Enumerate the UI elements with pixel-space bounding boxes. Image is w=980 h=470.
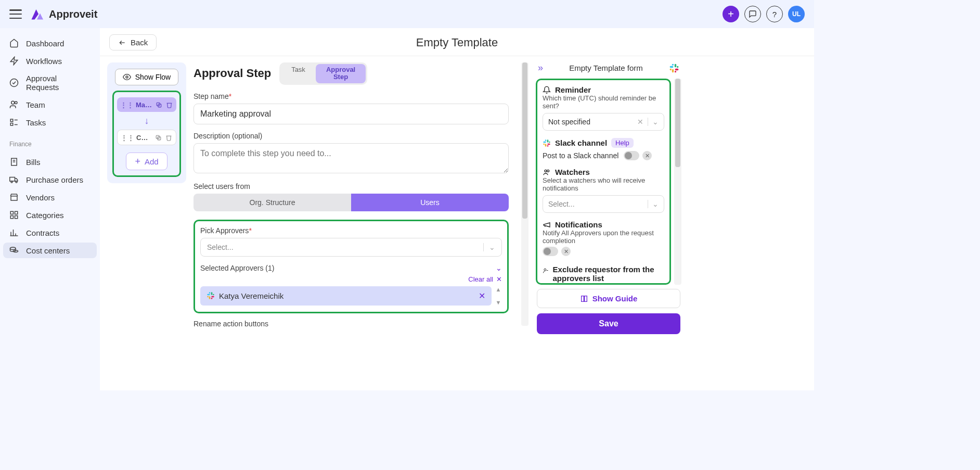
chart-icon (9, 228, 19, 237)
help-badge[interactable]: Help (611, 138, 634, 148)
svg-rect-12 (10, 119, 13, 122)
sidebar-item-tasks[interactable]: Tasks (3, 115, 97, 130)
add-step-button[interactable]: + Add (126, 153, 167, 170)
users-icon (9, 100, 19, 109)
flow-column: Show Flow ⋮⋮ Marketi... ↓ ⋮⋮ CEO ap... (107, 62, 186, 183)
notifications-sub: Notify All Approvers upon the request co… (543, 229, 664, 245)
save-button[interactable]: Save (537, 313, 680, 334)
segment-org-structure[interactable]: Org. Structure (194, 194, 351, 211)
create-button[interactable]: + (723, 6, 739, 22)
sidebar-section-finance: Finance (3, 132, 97, 152)
svg-rect-23 (10, 211, 13, 214)
user-source-segment: Org. Structure Users (194, 194, 509, 211)
approvers-block: Pick Approvers* Select... ⌄ Selected App… (194, 220, 509, 313)
svg-point-40 (547, 170, 549, 172)
users-icon (543, 168, 551, 176)
sidebar-item-label: Tasks (26, 118, 46, 127)
show-flow-button[interactable]: Show Flow (115, 69, 178, 85)
chevron-down-icon[interactable]: ⌄ (496, 264, 502, 272)
scrollbar[interactable] (521, 62, 528, 326)
svg-rect-24 (15, 211, 18, 214)
back-button[interactable]: Back (109, 34, 157, 50)
sidebar-item-workflows[interactable]: Workflows (3, 53, 97, 69)
avatar[interactable]: UL (788, 6, 805, 22)
reminder-select[interactable]: Not specified ✕⌄ (543, 113, 664, 131)
copy-icon[interactable] (154, 100, 163, 109)
sidebar-item-contracts[interactable]: Contracts (3, 225, 97, 240)
menu-toggle[interactable] (9, 9, 22, 19)
slack-icon[interactable] (669, 63, 679, 73)
logo-text: Approveit (49, 8, 97, 20)
description-label: Description (optional) (194, 132, 509, 140)
back-label: Back (131, 38, 148, 47)
approver-name: Katya Veremeichik (219, 291, 474, 300)
delete-icon[interactable] (165, 100, 173, 109)
chat-icon[interactable] (744, 6, 761, 22)
copy-icon[interactable] (154, 133, 162, 142)
chevron-down-icon: ⌄ (483, 243, 495, 251)
svg-point-10 (11, 101, 15, 104)
segment-users[interactable]: Users (351, 194, 509, 211)
logo[interactable]: Approveit (29, 6, 97, 22)
step-label: CEO ap... (136, 134, 152, 142)
show-flow-label: Show Flow (135, 73, 171, 81)
sidebar-item-purchase-orders[interactable]: Purchase orders (3, 172, 97, 187)
help-icon[interactable]: ? (766, 6, 783, 22)
slack-toggle[interactable]: ✕ (624, 151, 652, 160)
close-icon: ✕ (496, 275, 502, 283)
flow-step[interactable]: ⋮⋮ CEO ap... (117, 130, 176, 145)
approvers-select[interactable]: Select... ⌄ (200, 238, 502, 257)
sidebar-item-label: Bills (26, 158, 41, 167)
delete-icon[interactable] (164, 133, 173, 142)
list-scroll[interactable]: ▲▼ (495, 286, 502, 306)
svg-point-34 (126, 76, 128, 78)
sidebar-item-bills[interactable]: Bills (3, 154, 97, 170)
step-type-tabs: Task Approval Step (279, 62, 367, 85)
selected-approvers-label: Selected Approvers (1) (200, 264, 274, 272)
clear-icon[interactable]: ✕ (637, 118, 643, 126)
show-guide-button[interactable]: Show Guide (537, 289, 680, 308)
step-name-input[interactable] (194, 104, 509, 124)
sidebar-item-label: Cost centers (26, 246, 70, 255)
tab-approval-step[interactable]: Approval Step (316, 64, 366, 83)
notifications-toggle[interactable]: ✕ (543, 247, 571, 256)
arrow-down-icon: ↓ (145, 116, 149, 125)
slack-icon (207, 291, 215, 300)
sidebar-item-cost-centers[interactable]: Cost centers (3, 243, 97, 258)
watchers-heading: Watchers (543, 168, 664, 176)
svg-rect-13 (10, 123, 13, 126)
scrollbar[interactable] (674, 79, 681, 285)
truck-icon (9, 175, 19, 184)
bell-icon (543, 86, 551, 94)
step-label: Marketi... (136, 101, 152, 109)
select-users-label: Select users from (194, 182, 509, 190)
drag-icon[interactable]: ⋮⋮ (121, 134, 134, 142)
megaphone-icon (543, 221, 551, 229)
svg-point-41 (544, 269, 546, 271)
remove-approver-button[interactable]: ✕ (479, 291, 485, 301)
description-input[interactable] (194, 143, 509, 173)
sidebar-item-categories[interactable]: Categories (3, 207, 97, 223)
close-icon: ✕ (642, 151, 652, 160)
main-panel: Approval Step Task Approval Step Step na… (194, 62, 514, 328)
drag-icon[interactable]: ⋮⋮ (120, 101, 134, 109)
flow-step-selected[interactable]: ⋮⋮ Marketi... (117, 97, 176, 112)
svg-rect-22 (11, 196, 17, 200)
sidebar-item-approval-requests[interactable]: Approval Requests (3, 71, 97, 95)
clear-all-button[interactable]: Clear all✕ (200, 275, 502, 283)
tab-task[interactable]: Task (281, 64, 316, 83)
grid-icon (9, 210, 19, 220)
sidebar-item-vendors[interactable]: Vendors (3, 189, 97, 205)
settings-box: Reminder Which time (UTC) should reminde… (536, 79, 671, 285)
sidebar: Dashboard Workflows Approval Requests Te… (0, 28, 100, 390)
sidebar-item-dashboard[interactable]: Dashboard (3, 35, 97, 51)
watchers-select[interactable]: Select... ⌄ (543, 195, 664, 213)
sidebar-item-label: Team (26, 100, 45, 109)
right-panel: » Empty Template form Reminder Which tim… (536, 62, 681, 328)
add-label: Add (145, 157, 159, 166)
plus-icon: + (135, 157, 140, 166)
sidebar-item-label: Categories (26, 211, 64, 220)
sidebar-item-label: Dashboard (26, 39, 64, 48)
sidebar-item-team[interactable]: Team (3, 97, 97, 112)
collapse-panel-icon[interactable]: » (538, 62, 543, 73)
